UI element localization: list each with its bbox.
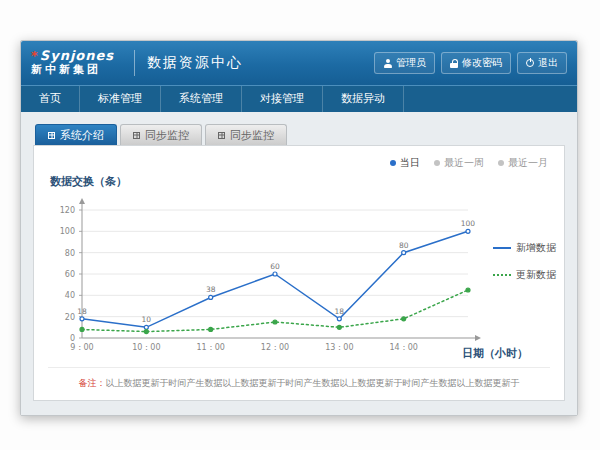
title-divider [134,50,135,76]
svg-text:20: 20 [65,313,75,322]
logout-label: 退出 [538,56,558,70]
nav-item-standard-mgmt[interactable]: 标准管理 [80,86,161,112]
svg-text:0: 0 [70,334,75,343]
logo-subtitle: 新中新集团 [31,64,114,77]
tab-label: 系统介绍 [60,128,104,143]
tab-system-intro[interactable]: 系统介绍 [35,124,117,145]
tab-label: 同步监控 [145,128,189,143]
series-legend: 新增数据 更新数据 [493,241,556,282]
svg-text:38: 38 [206,285,216,294]
dotted-line-icon [493,274,511,276]
y-axis-title: 数据交换（条） [50,174,127,189]
svg-text:12：00: 12：00 [261,343,289,352]
filter-last-month[interactable]: 最近一月 [498,156,548,170]
svg-text:18: 18 [77,307,87,316]
main-nav: 首页 标准管理 系统管理 对接管理 数据异动 [21,85,577,112]
change-password-button[interactable]: 修改密码 [441,52,511,74]
logo-text: *Synjones [31,49,114,64]
svg-text:120: 120 [60,206,75,215]
tab-bar: 系统介绍 同步监控 同步监控 [33,124,565,145]
content-area: 系统介绍 同步监控 同步监控 当日 [21,112,577,415]
logo-brand: Synjones [40,48,114,63]
svg-text:9：00: 9：00 [70,343,93,352]
lock-icon [450,59,458,68]
power-icon [526,59,534,67]
legend-new-data[interactable]: 新增数据 [493,241,556,255]
logout-button[interactable]: 退出 [517,52,567,74]
svg-text:100: 100 [461,219,476,228]
svg-text:10：00: 10：00 [132,343,160,352]
user-button[interactable]: 管理员 [374,52,435,74]
svg-text:60: 60 [270,262,280,271]
filter-last-week[interactable]: 最近一周 [434,156,484,170]
svg-text:60: 60 [65,270,75,279]
footnote-label: 备注： [79,378,106,388]
tab-label: 同步监控 [230,128,274,143]
user-label: 管理员 [396,56,426,70]
logo: *Synjones 新中新集团 [31,49,114,77]
nav-item-home[interactable]: 首页 [21,86,80,112]
svg-text:14：00: 14：00 [389,343,417,352]
tab-grid-icon [48,132,55,139]
tab-sync-monitor-2[interactable]: 同步监控 [205,124,287,145]
filter-dot-icon [434,160,440,166]
nav-item-docking-mgmt[interactable]: 对接管理 [242,86,323,112]
titlebar: *Synjones 新中新集团 数据资源中心 管理员 修改密码 退出 [21,41,577,85]
nav-item-system-mgmt[interactable]: 系统管理 [161,86,242,112]
filter-label: 最近一周 [444,156,484,170]
app-title: 数据资源中心 [147,54,243,72]
svg-text:18: 18 [335,307,345,316]
tab-grid-icon [218,132,225,139]
filter-dot-icon [390,160,396,166]
filter-today[interactable]: 当日 [390,156,420,170]
filter-dot-icon [498,160,504,166]
footnote-text: 以上数据更新于时间产生数据以上数据更新于时间产生数据以上数据更新于时间产生数据以… [106,378,520,388]
svg-text:11：00: 11：00 [196,343,224,352]
x-axis-title: 日期（小时） [462,346,528,361]
change-password-label: 修改密码 [462,56,502,70]
logo-star-icon: * [31,48,39,63]
solid-line-icon [493,247,511,249]
chart-panel: 当日 最近一周 最近一月 数据交换（条） 0204060801001209：00… [33,145,565,401]
footnote: 备注：以上数据更新于时间产生数据以上数据更新于时间产生数据以上数据更新于时间产生… [48,367,550,390]
app-window: *Synjones 新中新集团 数据资源中心 管理员 修改密码 退出 首页 标准… [20,40,578,416]
filter-label: 当日 [400,156,420,170]
svg-text:10: 10 [142,315,152,324]
tab-grid-icon [133,132,140,139]
tab-sync-monitor-1[interactable]: 同步监控 [120,124,202,145]
svg-text:80: 80 [399,241,409,250]
svg-text:40: 40 [65,291,75,300]
legend-update-data[interactable]: 更新数据 [493,268,556,282]
chart-svg: 0204060801001209：0010：0011：0012：0013：001… [48,194,488,360]
legend-label: 更新数据 [516,268,556,282]
page: *Synjones 新中新集团 数据资源中心 管理员 修改密码 退出 首页 标准… [0,0,600,450]
svg-text:13：00: 13：00 [325,343,353,352]
nav-item-data-change[interactable]: 数据异动 [323,86,404,112]
filter-label: 最近一月 [508,156,548,170]
user-icon [383,59,392,68]
time-filters: 当日 最近一周 最近一月 [390,156,548,170]
svg-text:100: 100 [60,227,75,236]
legend-label: 新增数据 [516,241,556,255]
svg-text:80: 80 [65,249,75,258]
